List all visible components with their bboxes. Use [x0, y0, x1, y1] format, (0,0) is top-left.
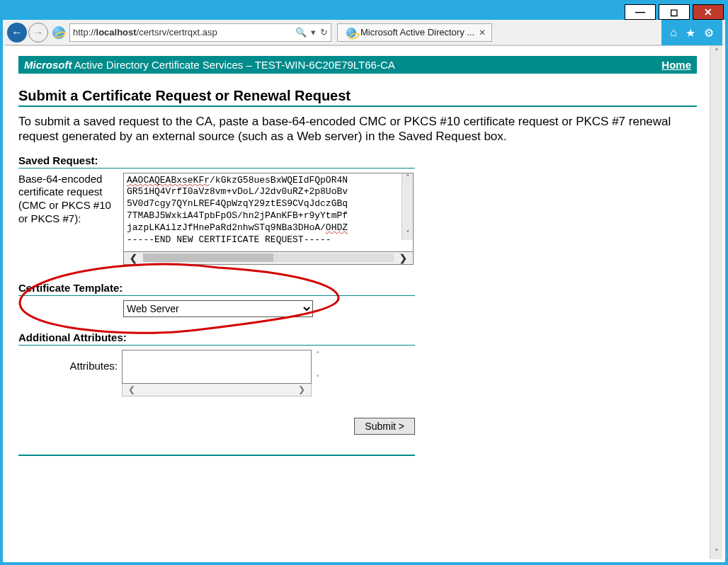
- certsrv-header: Microsoft Active Directory Certificate S…: [18, 56, 697, 74]
- page-title: Submit a Certificate Request or Renewal …: [18, 88, 697, 104]
- page-viewport: Microsoft Active Directory Certificate S…: [6, 45, 722, 559]
- additional-attributes-label: Additional Attributes:: [18, 331, 415, 343]
- textarea-hscrollbar[interactable]: ❮ ❯: [123, 252, 414, 265]
- scroll-up-icon[interactable]: ˄: [316, 350, 320, 360]
- page-scroll-up-icon[interactable]: ˄: [715, 46, 719, 59]
- saved-request-section: Saved Request: Base-64-encoded certifica…: [18, 154, 415, 265]
- browser-tools: ⌂ ★ ⚙: [661, 20, 722, 45]
- window-close-button[interactable]: ✕: [693, 4, 724, 20]
- attributes-hscrollbar[interactable]: ❮ ❯: [122, 384, 312, 396]
- tab-close-icon[interactable]: ✕: [479, 28, 486, 38]
- nav-back-button[interactable]: ←: [7, 23, 27, 42]
- url-text: http://localhost/certsrv/certrqxt.asp: [73, 27, 217, 38]
- certsrv-header-title: Microsoft Active Directory Certificate S…: [24, 59, 395, 71]
- window-maximize-button[interactable]: ◻: [659, 4, 690, 20]
- page-scroll-down-icon[interactable]: ˅: [715, 547, 719, 559]
- additional-attributes-rule: [18, 345, 415, 346]
- certificate-template-select[interactable]: Web Server: [123, 300, 313, 317]
- scroll-down-icon[interactable]: ˅: [316, 374, 320, 383]
- submit-row: Submit >: [18, 418, 415, 435]
- page-content: Microsoft Active Directory Certificate S…: [6, 46, 710, 559]
- intro-text: To submit a saved request to the CA, pas…: [18, 114, 697, 144]
- search-icon[interactable]: 🔍: [295, 27, 307, 38]
- hscroll-thumb[interactable]: [143, 253, 273, 262]
- scroll-right-icon[interactable]: ❯: [298, 384, 305, 394]
- textarea-vscrollbar[interactable]: ˄ ˅: [402, 173, 413, 240]
- additional-attributes-section: Additional Attributes: Attributes: ˄ ˅ ❮: [18, 331, 415, 396]
- attributes-textarea[interactable]: ˄ ˅: [122, 350, 312, 384]
- browser-tab[interactable]: Microsoft Active Directory ... ✕: [337, 23, 492, 42]
- saved-request-textarea[interactable]: AAOCAQEABxseKFr/kGkzG58uesBxWQEIdFQpOR4N…: [123, 173, 414, 252]
- refresh-icon[interactable]: ↻: [320, 27, 328, 38]
- tab-title: Microsoft Active Directory ...: [360, 27, 474, 38]
- nav-forward-button[interactable]: →: [28, 23, 48, 42]
- ie-window-frame: — ◻ ✕ ← → http://localhost/certsrv/certr…: [0, 0, 728, 565]
- home-link[interactable]: Home: [661, 59, 691, 71]
- window-minimize-button[interactable]: —: [625, 4, 656, 20]
- page-vscrollbar[interactable]: ˄ ˅: [710, 46, 722, 559]
- scroll-up-icon[interactable]: ˄: [406, 173, 410, 183]
- ie-logo-icon: [52, 26, 65, 39]
- address-dropdown-icon[interactable]: ▾: [311, 27, 316, 38]
- submit-button[interactable]: Submit >: [354, 418, 415, 435]
- tab-favicon-icon: [346, 28, 356, 38]
- saved-request-rule: [18, 168, 415, 169]
- base64-field-label: Base-64-encoded certificate request (CMC…: [18, 173, 119, 226]
- certificate-template-label: Certificate Template:: [18, 282, 415, 294]
- address-bar[interactable]: http://localhost/certsrv/certrqxt.asp 🔍 …: [69, 23, 331, 42]
- attributes-vscrollbar[interactable]: ˄ ˅: [312, 350, 324, 383]
- attributes-field-label: Attributes:: [18, 350, 118, 372]
- cert-template-rule: [18, 295, 415, 296]
- saved-request-label: Saved Request:: [18, 154, 415, 166]
- browser-toolbar: ← → http://localhost/certsrv/certrqxt.as…: [3, 20, 725, 45]
- certificate-template-section: Certificate Template: Web Server: [18, 282, 415, 317]
- footer-rule: [18, 455, 415, 456]
- title-rule: [18, 105, 697, 107]
- scroll-left-icon[interactable]: ❮: [128, 384, 135, 394]
- settings-gear-icon[interactable]: ⚙: [704, 26, 714, 40]
- scroll-down-icon[interactable]: ˅: [406, 229, 410, 239]
- window-titlebar: — ◻ ✕: [3, 3, 725, 20]
- scroll-right-icon[interactable]: ❯: [399, 253, 407, 263]
- scroll-left-icon[interactable]: ❮: [130, 253, 137, 263]
- hscroll-track[interactable]: [143, 253, 394, 262]
- favorites-icon[interactable]: ★: [686, 26, 695, 40]
- home-icon[interactable]: ⌂: [670, 26, 677, 39]
